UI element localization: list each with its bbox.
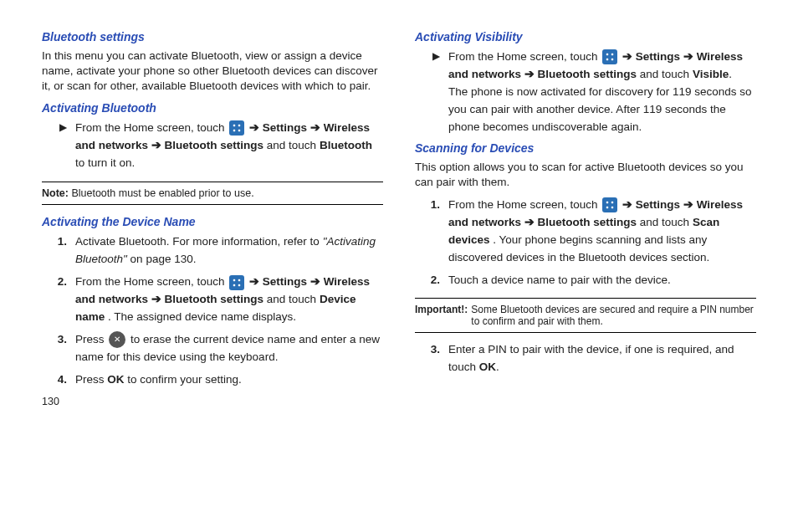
nav-arrow-icon: ➔ bbox=[151, 293, 161, 305]
list-item: 2. From the Home screen, touch ➔ Setting… bbox=[42, 274, 383, 326]
triangle-bullet-icon: ▶ bbox=[42, 120, 75, 172]
text: and touch bbox=[640, 68, 693, 80]
apps-grid-icon bbox=[229, 120, 244, 136]
label-bluetooth-settings: Bluetooth settings bbox=[538, 216, 637, 228]
steps-device-name: 1. Activate Bluetooth. For more informat… bbox=[42, 233, 383, 388]
apps-grid-icon bbox=[602, 49, 617, 64]
step-number: 3. bbox=[42, 331, 75, 366]
list-item: 3. Enter a PIN to pair with the device, … bbox=[415, 341, 756, 376]
heading-bluetooth-settings: Bluetooth settings bbox=[42, 30, 383, 43]
nav-arrow-icon: ➔ bbox=[622, 198, 632, 211]
text: Activate Bluetooth. For more information… bbox=[75, 235, 323, 248]
text: and touch bbox=[267, 293, 320, 305]
nav-arrow-icon: ➔ bbox=[249, 275, 259, 288]
text: on page 130. bbox=[130, 253, 197, 265]
step-number: 1. bbox=[415, 197, 448, 267]
left-column: Bluetooth settings In this menu you can … bbox=[42, 25, 383, 407]
nav-arrow-icon: ➔ bbox=[310, 275, 320, 288]
label-bluetooth: Bluetooth bbox=[320, 139, 372, 151]
nav-arrow-icon: ➔ bbox=[524, 68, 535, 80]
step-text: Touch a device name to pair with the dev… bbox=[448, 272, 756, 289]
label-ok: OK bbox=[479, 361, 496, 373]
label-bluetooth-settings: Bluetooth settings bbox=[538, 68, 637, 80]
label-settings: Settings bbox=[263, 275, 307, 288]
steps-scanning-cont: 3. Enter a PIN to pair with the device, … bbox=[415, 341, 756, 376]
text: From the Home screen, touch bbox=[448, 198, 601, 211]
list-item: 1. From the Home screen, touch ➔ Setting… bbox=[415, 197, 756, 267]
list-item: 1. Activate Bluetooth. For more informat… bbox=[42, 233, 383, 269]
step-text: From the Home screen, touch ➔ Settings ➔… bbox=[448, 49, 756, 136]
step-text: Activate Bluetooth. For more information… bbox=[75, 233, 383, 269]
nav-arrow-icon: ➔ bbox=[249, 121, 259, 134]
nav-arrow-icon: ➔ bbox=[151, 139, 161, 151]
text: to confirm your setting. bbox=[127, 373, 242, 386]
nav-arrow-icon: ➔ bbox=[310, 121, 320, 134]
right-column: Activating Visibility ▶ From the Home sc… bbox=[415, 25, 756, 407]
step-text: From the Home screen, touch ➔ Settings ➔… bbox=[448, 197, 756, 267]
text: Press bbox=[75, 333, 107, 345]
label-bluetooth-settings: Bluetooth settings bbox=[165, 293, 264, 305]
label-settings: Settings bbox=[636, 50, 680, 63]
triangle-bullet-icon: ▶ bbox=[415, 49, 448, 136]
heading-activating-bluetooth: Activating Bluetooth bbox=[42, 101, 383, 115]
text: From the Home screen, touch bbox=[75, 121, 228, 134]
text: and touch bbox=[640, 216, 693, 228]
text: and touch bbox=[267, 139, 320, 151]
nav-arrow-icon: ➔ bbox=[622, 50, 632, 63]
paragraph-scan-intro: This option allows you to scan for activ… bbox=[415, 160, 756, 190]
nav-arrow-icon: ➔ bbox=[683, 198, 693, 211]
important-label: Important!: bbox=[415, 304, 471, 327]
heading-device-name: Activating the Device Name bbox=[42, 215, 383, 228]
step-text: Enter a PIN to pair with the device, if … bbox=[448, 341, 756, 376]
delete-circle-icon: ✕ bbox=[109, 331, 125, 348]
step-text: From the Home screen, touch ➔ Settings ➔… bbox=[75, 120, 383, 172]
step-activating-bluetooth: ▶ From the Home screen, touch ➔ Settings… bbox=[42, 120, 383, 172]
label-bluetooth-settings: Bluetooth settings bbox=[165, 139, 264, 151]
label-ok: OK bbox=[107, 373, 124, 386]
text: . bbox=[496, 361, 499, 373]
text: . bbox=[729, 68, 732, 80]
heading-scanning-devices: Scanning for Devices bbox=[415, 141, 756, 155]
note-label: Note: bbox=[42, 187, 69, 199]
heading-activating-visibility: Activating Visibility bbox=[415, 30, 756, 43]
step-number: 4. bbox=[42, 371, 75, 389]
apps-grid-icon bbox=[229, 275, 244, 290]
list-item: 2. Touch a device name to pair with the … bbox=[415, 272, 756, 289]
page-number: 130 bbox=[42, 396, 383, 407]
page-columns: Bluetooth settings In this menu you can … bbox=[42, 25, 756, 407]
label-visible: Visible bbox=[693, 68, 729, 80]
nav-arrow-icon: ➔ bbox=[683, 50, 693, 63]
text: From the Home screen, touch bbox=[448, 50, 601, 63]
step-text: From the Home screen, touch ➔ Settings ➔… bbox=[75, 274, 383, 326]
label-settings: Settings bbox=[636, 198, 680, 211]
text: to turn it on. bbox=[75, 156, 135, 169]
list-item: 4. Press OK to confirm your setting. bbox=[42, 371, 383, 389]
step-number: 3. bbox=[415, 341, 448, 376]
note-box: Note: Bluetooth must be enabled prior to… bbox=[42, 182, 383, 205]
step-number: 2. bbox=[42, 274, 75, 326]
text: The phone is now activated for discovery… bbox=[448, 85, 751, 133]
label-settings: Settings bbox=[263, 121, 307, 134]
step-text: Press ✕ to erase the current device name… bbox=[75, 331, 383, 366]
important-text: Some Bluetooth devices are secured and r… bbox=[471, 304, 756, 327]
text: Press bbox=[75, 373, 107, 386]
nav-arrow-icon: ➔ bbox=[524, 216, 535, 228]
step-number: 2. bbox=[415, 272, 448, 289]
steps-scanning: 1. From the Home screen, touch ➔ Setting… bbox=[415, 197, 756, 289]
step-text: Press OK to confirm your setting. bbox=[75, 371, 383, 389]
important-box: Important!: Some Bluetooth devices are s… bbox=[415, 298, 756, 333]
text: From the Home screen, touch bbox=[75, 275, 228, 288]
paragraph-bt-settings: In this menu you can activate Bluetooth,… bbox=[42, 49, 383, 95]
step-activating-visibility: ▶ From the Home screen, touch ➔ Settings… bbox=[415, 49, 756, 136]
apps-grid-icon bbox=[602, 197, 617, 212]
note-text: Bluetooth must be enabled prior to use. bbox=[69, 187, 254, 199]
list-item: 3. Press ✕ to erase the current device n… bbox=[42, 331, 383, 366]
step-number: 1. bbox=[42, 233, 75, 269]
text: . The assigned device name displays. bbox=[108, 310, 296, 323]
